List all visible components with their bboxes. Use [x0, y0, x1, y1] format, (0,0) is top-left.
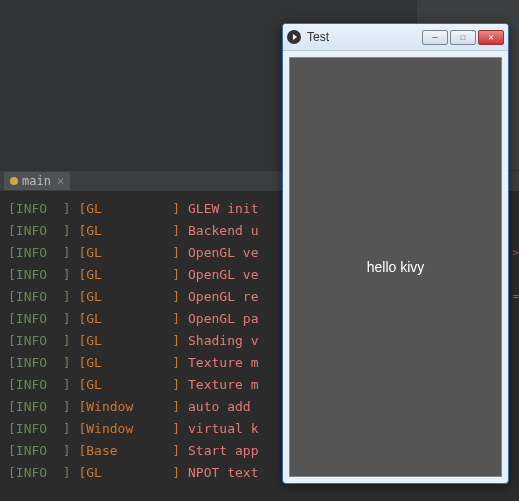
kivy-content-area: hello kivy: [289, 57, 502, 477]
minimize-button[interactable]: —: [422, 30, 448, 45]
close-button[interactable]: ✕: [478, 30, 504, 45]
window-title: Test: [307, 30, 422, 44]
tab-main[interactable]: main ×: [4, 172, 70, 190]
window-buttons: — ☐ ✕: [422, 30, 504, 45]
maximize-button[interactable]: ☐: [450, 30, 476, 45]
close-icon[interactable]: ×: [57, 174, 64, 188]
window-titlebar[interactable]: Test — ☐ ✕: [283, 24, 508, 51]
hello-label: hello kivy: [367, 259, 425, 275]
gutter-marker: =: [512, 286, 519, 308]
kivy-app-window[interactable]: Test — ☐ ✕ hello kivy: [282, 23, 509, 484]
gutter-marker: >: [512, 242, 519, 264]
python-file-icon: [10, 177, 18, 185]
app-icon: [287, 30, 301, 44]
tab-label: main: [22, 174, 51, 188]
